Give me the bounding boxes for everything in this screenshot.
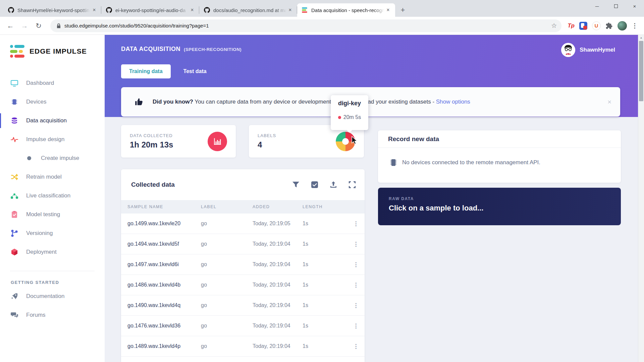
row-menu-icon[interactable]: ⋮: [347, 343, 365, 350]
sidebar-item-impulse-design[interactable]: Impulse design: [0, 130, 105, 149]
browser-tab-1[interactable]: ShawnHymel/ei-keyword-spottin ×: [3, 3, 101, 17]
ublock-extension-icon[interactable]: U: [592, 21, 601, 30]
sidebar-item-label: Live classification: [26, 192, 70, 199]
sample-name[interactable]: go.1497.wav.1kevld6i: [127, 261, 201, 267]
password-manager-extension-icon[interactable]: [579, 22, 587, 30]
browser-tab-3[interactable]: docs/audio_recognition.md at ma ×: [199, 3, 297, 17]
banner-bold: Did you know?: [153, 99, 193, 105]
raw-data-card: RAW DATA Click on a sample to load...: [378, 188, 621, 225]
tab-close-icon[interactable]: ×: [91, 6, 98, 14]
sample-name[interactable]: go.1490.wav.1kevld4q: [127, 302, 201, 308]
filter-icon[interactable]: [292, 181, 300, 188]
chip-icon: [10, 98, 19, 106]
bezier-curve-icon: [10, 191, 19, 200]
browser-tab-active[interactable]: Data acquisition - speech-recogn ×: [297, 3, 395, 17]
tab-training-data[interactable]: Training data: [121, 64, 171, 78]
sidebar-item-devices[interactable]: Devices: [0, 93, 105, 111]
sample-name[interactable]: go.1486.wav.1kevld4b: [127, 282, 201, 288]
tab-close-icon[interactable]: ×: [286, 6, 294, 14]
user-menu[interactable]: ShawnHymel: [561, 43, 615, 57]
row-menu-icon[interactable]: ⋮: [347, 322, 365, 329]
url-text[interactable]: studio.edgeimpulse.com/studio/9520/acqui…: [64, 23, 548, 28]
record-new-data-card: Record new data No devices connected to …: [378, 130, 621, 183]
sample-name[interactable]: go.1494.wav.1kevld5f: [127, 241, 201, 247]
sidebar-item-versioning[interactable]: Versioning: [0, 224, 105, 243]
column-label: LABEL: [201, 204, 253, 209]
sidebar-item-forums[interactable]: Forums: [0, 306, 105, 324]
scrollbar-up-arrow[interactable]: ▲: [638, 35, 644, 40]
branch-icon: [10, 229, 19, 238]
banner-close-icon[interactable]: ×: [607, 98, 611, 106]
banner-text: Did you know? You can capture data from …: [153, 99, 470, 105]
sidebar-item-retrain-model[interactable]: Retrain model: [0, 168, 105, 186]
sample-length: 1s: [303, 261, 347, 267]
refresh-button[interactable]: ↻: [33, 20, 44, 32]
show-options-link[interactable]: Show options: [436, 99, 470, 105]
sidebar-item-model-testing[interactable]: Model testing: [0, 205, 105, 224]
getting-started-section-label: GETTING STARTED: [11, 280, 105, 285]
device-chip-icon: [390, 159, 397, 167]
github-icon: [106, 7, 112, 13]
bookmark-star-icon[interactable]: ☆: [551, 22, 557, 29]
sample-name[interactable]: go.1489.wav.1kevld4p: [127, 343, 201, 349]
table-row[interactable]: go.1497.wav.1kevld6i go Today, 20:19:04 …: [121, 254, 365, 275]
sidebar-item-live-classification[interactable]: Live classification: [0, 186, 105, 205]
sample-length: 1s: [303, 282, 347, 288]
row-menu-icon[interactable]: ⋮: [347, 241, 365, 248]
window-close-button[interactable]: ×: [625, 0, 644, 12]
sample-label: go: [201, 241, 253, 247]
sidebar-item-data-acquisition[interactable]: Data acquisition: [0, 111, 105, 130]
collected-data-panel: Collected data SAMPLE NAME LABEL ADDED L…: [121, 169, 365, 362]
sidebar-item-documentation[interactable]: Documentation: [0, 287, 105, 306]
collected-data-header: Collected data: [121, 169, 365, 200]
browser-tab-2[interactable]: ei-keyword-spotting/ei-audio-da ×: [101, 3, 199, 17]
browser-profile-avatar[interactable]: [618, 21, 627, 31]
extensions-puzzle-icon[interactable]: [605, 22, 613, 29]
sample-name[interactable]: go.1476.wav.1kevld36: [127, 323, 201, 329]
row-menu-icon[interactable]: ⋮: [347, 302, 365, 309]
browser-tab-strip: ShawnHymel/ei-keyword-spottin × ei-keywo…: [0, 0, 644, 17]
window-maximize-button[interactable]: [606, 0, 625, 12]
user-avatar[interactable]: [561, 43, 575, 57]
sidebar-item-create-impulse[interactable]: Create impulse: [0, 149, 105, 168]
edge-impulse-logo-icon: [10, 45, 25, 58]
row-menu-icon[interactable]: ⋮: [347, 220, 365, 227]
tooltip-label: digi-key: [331, 100, 368, 107]
tab-test-data[interactable]: Test data: [175, 64, 215, 78]
edge-impulse-logo[interactable]: EDGE IMPULSE: [10, 45, 105, 58]
table-row[interactable]: go.1476.wav.1kevld36 go Today, 20:19:04 …: [121, 316, 365, 336]
lock-icon: [56, 23, 61, 28]
tampermonkey-extension-icon[interactable]: Tp: [568, 22, 575, 29]
browser-menu-icon[interactable]: ⋮: [632, 22, 638, 29]
tooltip-value-row: 20m 5s: [331, 114, 368, 120]
tab-close-icon[interactable]: ×: [384, 6, 392, 14]
rocket-icon: [10, 292, 19, 301]
new-tab-button[interactable]: +: [398, 5, 408, 15]
back-button[interactable]: ←: [5, 20, 16, 32]
upload-icon[interactable]: [330, 181, 337, 188]
app-window: EDGE IMPULSE Dashboard Devices Data acqu…: [0, 35, 644, 362]
expand-icon[interactable]: [348, 181, 356, 188]
address-bar[interactable]: studio.edgeimpulse.com/studio/9520/acqui…: [50, 19, 561, 32]
table-row[interactable]: go.1499.wav.1kevle20 go Today, 20:19:05 …: [121, 214, 365, 234]
table-row[interactable]: go.1489.wav.1kevld4p go Today, 20:19:04 …: [121, 336, 365, 357]
clipboard-check-icon: [10, 210, 19, 219]
select-checkbox-icon[interactable]: [311, 181, 318, 188]
row-menu-icon[interactable]: ⋮: [347, 261, 365, 268]
tab-close-icon[interactable]: ×: [189, 6, 196, 14]
tab-title: ShawnHymel/ei-keyword-spottin: [17, 7, 91, 13]
sidebar-item-dashboard[interactable]: Dashboard: [0, 74, 105, 93]
table-row[interactable]: go.1490.wav.1kevld4q go Today, 20:19:04 …: [121, 295, 365, 316]
sidebar-item-label: Forums: [26, 312, 46, 318]
table-row[interactable]: go.1494.wav.1kevld5f go Today, 20:19:04 …: [121, 234, 365, 254]
sample-name[interactable]: go.1499.wav.1kevle20: [127, 221, 201, 227]
sidebar-item-label: Versioning: [26, 230, 53, 237]
window-minimize-button[interactable]: ─: [588, 0, 606, 12]
sample-label: go: [201, 343, 253, 349]
scrollbar-thumb[interactable]: [639, 41, 643, 101]
sidebar-item-deployment[interactable]: Deployment: [0, 243, 105, 261]
row-menu-icon[interactable]: ⋮: [347, 282, 365, 289]
page-scrollbar[interactable]: ▲: [638, 35, 644, 362]
table-row[interactable]: go.1486.wav.1kevld4b go Today, 20:19:04 …: [121, 275, 365, 295]
forward-button[interactable]: →: [19, 20, 30, 32]
